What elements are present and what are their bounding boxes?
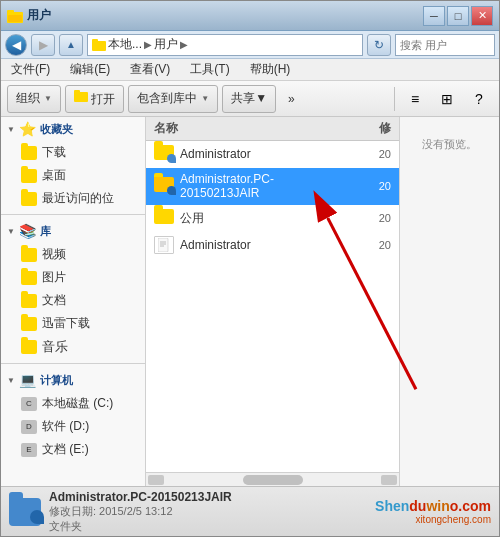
- file-item-administrator-pc[interactable]: Administrator.PC-20150213JAIR 20: [146, 168, 399, 205]
- drive-c-label: 本地磁盘 (C:): [42, 395, 113, 412]
- watermark-du: du: [409, 498, 426, 514]
- sidebar-item-desktop[interactable]: 桌面: [1, 164, 145, 187]
- desktop-folder-icon: [21, 169, 37, 183]
- refresh-button[interactable]: ↻: [367, 34, 391, 56]
- back-button[interactable]: ◀: [5, 34, 27, 56]
- video-folder-icon: [21, 248, 37, 262]
- sidebar-item-thunder[interactable]: 迅雷下载: [1, 312, 145, 335]
- menu-view[interactable]: 查看(V): [126, 59, 174, 80]
- documents-folder-icon: [21, 294, 37, 308]
- sidebar-item-drive-e[interactable]: E 文档 (E:): [1, 438, 145, 461]
- doc-svg: [158, 238, 170, 252]
- sidebar-computer-header[interactable]: ▼ 💻 计算机: [1, 368, 145, 392]
- sidebar-item-downloads[interactable]: 下载: [1, 141, 145, 164]
- downloads-label: 下载: [42, 144, 66, 161]
- path-segment-1: 本地...: [92, 36, 142, 53]
- address-path[interactable]: 本地... ▶ 用户 ▶: [87, 34, 363, 56]
- status-user-badge: [30, 510, 44, 524]
- desktop-label: 桌面: [42, 167, 66, 184]
- forward-button[interactable]: ▶: [31, 34, 55, 56]
- sidebar-item-drive-c[interactable]: C 本地磁盘 (C:): [1, 392, 145, 415]
- menu-file[interactable]: 文件(F): [7, 59, 54, 80]
- maximize-button[interactable]: □: [447, 6, 469, 26]
- status-text: Administrator.PC-20150213JAIR 修改日期: 2015…: [49, 490, 367, 534]
- hscroll-left-btn[interactable]: [148, 475, 164, 485]
- svg-rect-7: [158, 238, 168, 252]
- computer-label: 计算机: [40, 373, 73, 388]
- minimize-button[interactable]: ─: [423, 6, 445, 26]
- drive-d-icon: D: [21, 420, 37, 434]
- sidebar-section-library: ▼ 📚 库 视频 图片 文档 迅雷下载: [1, 219, 145, 359]
- organize-button[interactable]: 组织 ▼: [7, 85, 61, 113]
- video-label: 视频: [42, 246, 66, 263]
- recent-label: 最近访问的位: [42, 190, 114, 207]
- file-list: Administrator 20 Administrator.PC-201502…: [146, 141, 399, 472]
- file-name-1: Administrator: [180, 147, 345, 161]
- thunder-folder-icon: [21, 317, 37, 331]
- help-button[interactable]: ?: [465, 85, 493, 113]
- close-button[interactable]: ✕: [471, 6, 493, 26]
- menu-tools[interactable]: 工具(T): [186, 59, 233, 80]
- sidebar-library-header[interactable]: ▼ 📚 库: [1, 219, 145, 243]
- drive-c-icon: C: [21, 397, 37, 411]
- doc-icon: [154, 236, 174, 254]
- sidebar-item-video[interactable]: 视频: [1, 243, 145, 266]
- thunder-label: 迅雷下载: [42, 315, 90, 332]
- sidebar-item-recent[interactable]: 最近访问的位: [1, 187, 145, 210]
- menu-help[interactable]: 帮助(H): [246, 59, 295, 80]
- sidebar-divider-2: [1, 363, 145, 364]
- sidebar-favorites-header[interactable]: ▼ ⭐ 收藏夹: [1, 117, 145, 141]
- svg-rect-2: [8, 15, 22, 22]
- sidebar: ▼ ⭐ 收藏夹 下载 桌面 最近访问的位: [1, 117, 146, 486]
- favorites-collapse-icon: ▼: [7, 125, 15, 134]
- hscroll-thumb[interactable]: [243, 475, 303, 485]
- open-folder-icon: [74, 89, 88, 103]
- horizontal-scrollbar[interactable]: [146, 472, 399, 486]
- sidebar-item-drive-d[interactable]: D 软件 (D:): [1, 415, 145, 438]
- library-collapse-icon: ▼: [7, 227, 15, 236]
- include-library-button[interactable]: 包含到库中 ▼: [128, 85, 218, 113]
- music-label: 音乐: [42, 338, 68, 356]
- file-item-administrator[interactable]: Administrator 20: [146, 141, 399, 168]
- titlebar-title: 用户: [27, 7, 51, 24]
- file-name-3: 公用: [180, 210, 345, 227]
- sidebar-item-music[interactable]: 音乐: [1, 335, 145, 359]
- watermark-brand: Shenduwino.com: [375, 498, 491, 514]
- more-button[interactable]: »: [280, 85, 303, 113]
- titlebar-folder-icon: [7, 8, 23, 24]
- svg-rect-4: [92, 39, 98, 43]
- favorites-label: 收藏夹: [40, 122, 73, 137]
- toolbar-right: ≡ ⊞ ?: [392, 85, 493, 113]
- search-input[interactable]: [400, 39, 500, 51]
- file-item-admin-doc[interactable]: Administrator 20: [146, 232, 399, 259]
- toolbar: 组织 ▼ 打开 包含到库中 ▼ 共享▼ » ≡ ⊞ ?: [1, 81, 499, 117]
- titlebar-controls: ─ □ ✕: [423, 6, 493, 26]
- view-details-button[interactable]: ≡: [401, 85, 429, 113]
- file-item-public[interactable]: 公用 20: [146, 205, 399, 232]
- path-arrow-2: ▶: [180, 39, 188, 50]
- hscroll-right-btn[interactable]: [381, 475, 397, 485]
- menu-edit[interactable]: 编辑(E): [66, 59, 114, 80]
- watermark-sub: xitongcheng.com: [375, 514, 491, 525]
- share-button[interactable]: 共享▼: [222, 85, 276, 113]
- file-modified-4: 20: [351, 239, 391, 251]
- drive-e-icon: E: [21, 443, 37, 457]
- column-modified[interactable]: 修: [351, 120, 391, 137]
- column-name[interactable]: 名称: [154, 120, 351, 137]
- recent-folder-icon: [21, 192, 37, 206]
- sidebar-section-favorites: ▼ ⭐ 收藏夹 下载 桌面 最近访问的位: [1, 117, 145, 210]
- file-modified-2: 20: [351, 180, 391, 192]
- path-segment-2: 用户: [154, 36, 178, 53]
- file-modified-3: 20: [351, 212, 391, 224]
- svg-rect-1: [7, 10, 14, 14]
- sidebar-item-pictures[interactable]: 图片: [1, 266, 145, 289]
- view-tiles-button[interactable]: ⊞: [433, 85, 461, 113]
- music-folder-icon: [21, 340, 37, 354]
- star-icon: ⭐: [19, 121, 36, 137]
- up-button[interactable]: ▲: [59, 34, 83, 56]
- share-label: 共享▼: [231, 90, 267, 107]
- public-folder-icon: [154, 209, 174, 227]
- open-button[interactable]: 打开: [65, 85, 124, 113]
- sidebar-item-documents[interactable]: 文档: [1, 289, 145, 312]
- path-folder-icon: [92, 39, 106, 51]
